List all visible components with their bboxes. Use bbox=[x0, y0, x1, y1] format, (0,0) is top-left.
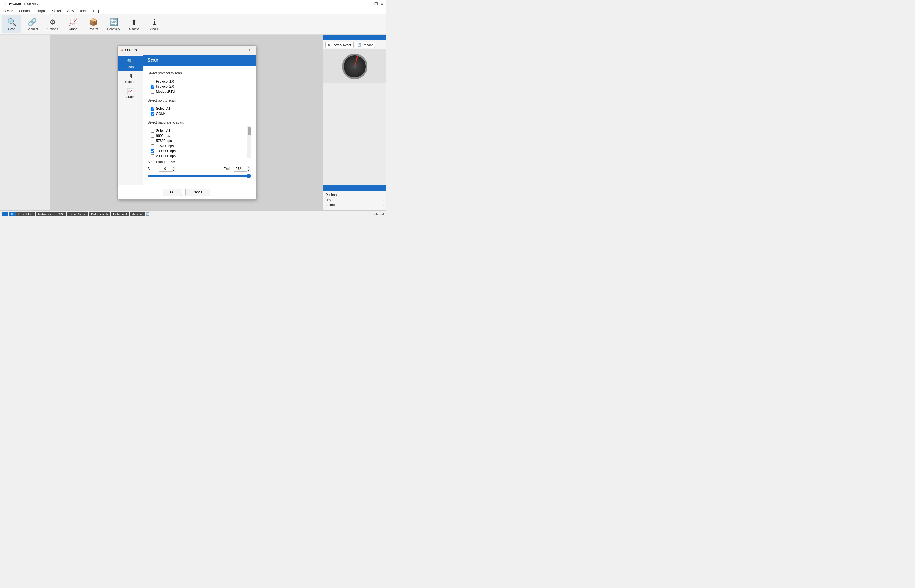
baudrate-scroll[interactable]: Select All9600 bps57600 bps115200 bps100… bbox=[148, 126, 251, 158]
baudrate-row-2000000bps: 2000000 bps bbox=[151, 153, 248, 158]
dialog-close-button[interactable]: ✕ bbox=[246, 47, 253, 53]
r-badge[interactable]: R bbox=[9, 212, 16, 216]
start-input[interactable] bbox=[159, 166, 172, 172]
menu-item-graph[interactable]: Graph bbox=[32, 8, 47, 14]
end-spinner[interactable]: ▲ ▼ bbox=[234, 166, 251, 172]
right-panel-buttons: ⚙ Factory Reset 🔄 Reboot bbox=[323, 40, 386, 50]
toolbar-btn-about[interactable]: ℹAbout bbox=[145, 15, 164, 33]
factory-reset-button[interactable]: ⚙ Factory Reset bbox=[325, 42, 353, 48]
update-toolbar-label: Update bbox=[129, 27, 139, 31]
data-range-badge[interactable]: Data Range bbox=[67, 212, 88, 216]
crc-badge[interactable]: CRC bbox=[55, 212, 66, 216]
baudrate-checkbox-9600bps[interactable] bbox=[151, 134, 155, 138]
gauge-area bbox=[323, 50, 386, 84]
control-sidebar-label: Control bbox=[125, 80, 135, 84]
baudrate-row-9600bps: 9600 bps bbox=[151, 133, 248, 138]
protocol-label-ModbusRTU: ModbusRTU bbox=[156, 90, 175, 94]
titlebar-controls[interactable]: – ❐ ✕ bbox=[368, 2, 384, 6]
options-toolbar-icon: ⚙ bbox=[50, 18, 56, 27]
actual-row: Actual - bbox=[325, 203, 384, 207]
dialog-content: Scan Select protocol to scan. Protocol 1… bbox=[143, 55, 256, 185]
baudrate-checkbox-2000000bps[interactable] bbox=[151, 154, 155, 158]
end-label: End : bbox=[223, 167, 231, 171]
port-group: Select AllCOM4 bbox=[148, 104, 251, 118]
actual-label: Actual bbox=[325, 203, 335, 207]
baudrate-label-9600bps: 9600 bps bbox=[156, 134, 170, 138]
toolbar-btn-packet[interactable]: 📦Packet bbox=[84, 15, 103, 33]
decimal-row: Decimal - bbox=[325, 193, 384, 197]
about-toolbar-icon: ℹ bbox=[153, 18, 156, 27]
scan-toolbar-label: Scan bbox=[8, 27, 15, 31]
baudrate-checkbox-57600bps[interactable] bbox=[151, 139, 155, 143]
toolbar-btn-recovery[interactable]: 🔄Recovery bbox=[104, 15, 123, 33]
end-spinner-up[interactable]: ▲ bbox=[247, 166, 251, 169]
start-spinner[interactable]: ▲ ▼ bbox=[159, 166, 176, 172]
port-checkbox-SelectAll[interactable] bbox=[151, 107, 155, 111]
id-range-slider[interactable] bbox=[148, 174, 251, 178]
result-fail-badge[interactable]: Result Fail bbox=[16, 212, 36, 216]
refresh-button[interactable]: 🔄 bbox=[145, 212, 150, 216]
right-panel-lower-bar bbox=[323, 185, 386, 191]
baudrate-checkbox-SelectAll[interactable] bbox=[151, 129, 155, 132]
gauge bbox=[342, 54, 368, 79]
baudrate-scrollbar-thumb bbox=[248, 127, 250, 136]
toolbar-btn-scan[interactable]: 🔍Scan bbox=[2, 15, 21, 33]
interval-label: Interval: bbox=[374, 212, 385, 216]
protocol-label-Protocol1.0: Protocol 1.0 bbox=[156, 79, 174, 84]
packet-toolbar-label: Packet bbox=[89, 27, 98, 31]
protocol-label-Protocol2.0: Protocol 2.0 bbox=[156, 84, 174, 89]
control-sidebar-icon: 🎛 bbox=[127, 73, 133, 79]
toolbar-btn-update[interactable]: ⬆Update bbox=[124, 15, 144, 33]
baudrate-checkbox-115200bps[interactable] bbox=[151, 144, 155, 148]
port-section-label: Select port to scan. bbox=[148, 99, 251, 102]
right-panel: ⚙ Factory Reset 🔄 Reboot Decimal - Hex bbox=[323, 34, 386, 210]
protocol-checkbox-Protocol2.0[interactable] bbox=[151, 85, 155, 89]
dialog-content-header: Scan bbox=[143, 55, 256, 66]
menu-item-help[interactable]: Help bbox=[90, 8, 103, 14]
id-range-row: Start : ▲ ▼ End : bbox=[148, 166, 251, 172]
minimize-button[interactable]: – bbox=[368, 2, 373, 6]
start-spinner-down[interactable]: ▼ bbox=[172, 169, 176, 172]
menu-item-device[interactable]: Device bbox=[0, 8, 16, 14]
scan-sidebar-label: Scan bbox=[126, 65, 134, 69]
toolbar-btn-connect[interactable]: 🔗Connect bbox=[23, 15, 42, 33]
data-length-badge[interactable]: Data Length bbox=[89, 212, 110, 216]
port-label-SelectAll: Select All bbox=[156, 107, 170, 111]
restore-button[interactable]: ❐ bbox=[374, 2, 378, 6]
t-badge[interactable]: T bbox=[2, 212, 8, 216]
menu-item-packet[interactable]: Packet bbox=[48, 8, 64, 14]
menu-item-tools[interactable]: Tools bbox=[77, 8, 90, 14]
toolbar-btn-options[interactable]: ⚙Options bbox=[43, 15, 62, 33]
actual-value: - bbox=[383, 203, 384, 207]
cancel-button[interactable]: Cancel bbox=[185, 189, 210, 196]
baudrate-row-SelectAll: Select All bbox=[151, 128, 248, 133]
dialog-content-body: Select protocol to scan. Protocol 1.0Pro… bbox=[143, 66, 256, 185]
scan-toolbar-icon: 🔍 bbox=[7, 18, 16, 27]
protocol-checkbox-ModbusRTU[interactable] bbox=[151, 90, 155, 94]
access-badge[interactable]: Access bbox=[130, 212, 144, 216]
close-button[interactable]: ✕ bbox=[379, 2, 384, 6]
reboot-button[interactable]: 🔄 Reboot bbox=[355, 42, 375, 48]
menu-item-control[interactable]: Control bbox=[16, 8, 33, 14]
protocol-checkbox-Protocol1.0[interactable] bbox=[151, 80, 155, 84]
dialog-sidebar: 🔍Scan🎛Control📈Graph bbox=[118, 55, 143, 185]
data-limit-badge[interactable]: Data Limit bbox=[111, 212, 129, 216]
end-spinner-down[interactable]: ▼ bbox=[247, 169, 251, 172]
end-input[interactable] bbox=[234, 166, 247, 172]
dialog-sidebar-control[interactable]: 🎛Control bbox=[118, 71, 143, 86]
end-spinner-btns[interactable]: ▲ ▼ bbox=[247, 166, 251, 172]
baudrate-row-57600bps: 57600 bps bbox=[151, 138, 248, 144]
menu-item-view[interactable]: View bbox=[64, 8, 77, 14]
instruction-badge[interactable]: Instruction bbox=[36, 212, 55, 216]
titlebar: ⚙ DYNAMIXEL Wizard 2.0 – ❐ ✕ bbox=[0, 0, 386, 8]
ok-button[interactable]: OK bbox=[163, 189, 182, 196]
baudrate-scrollbar[interactable] bbox=[247, 126, 251, 158]
baudrate-checkbox-1000000bps[interactable] bbox=[151, 149, 155, 153]
toolbar-btn-graph[interactable]: 📈Graph bbox=[63, 15, 82, 33]
start-spinner-btns[interactable]: ▲ ▼ bbox=[172, 166, 176, 172]
port-checkbox-COM4[interactable] bbox=[151, 112, 155, 116]
dialog-sidebar-scan[interactable]: 🔍Scan bbox=[118, 56, 143, 71]
packet-toolbar-icon: 📦 bbox=[89, 18, 98, 27]
dialog-sidebar-graph[interactable]: 📈Graph bbox=[118, 86, 143, 101]
start-spinner-up[interactable]: ▲ bbox=[172, 166, 176, 169]
